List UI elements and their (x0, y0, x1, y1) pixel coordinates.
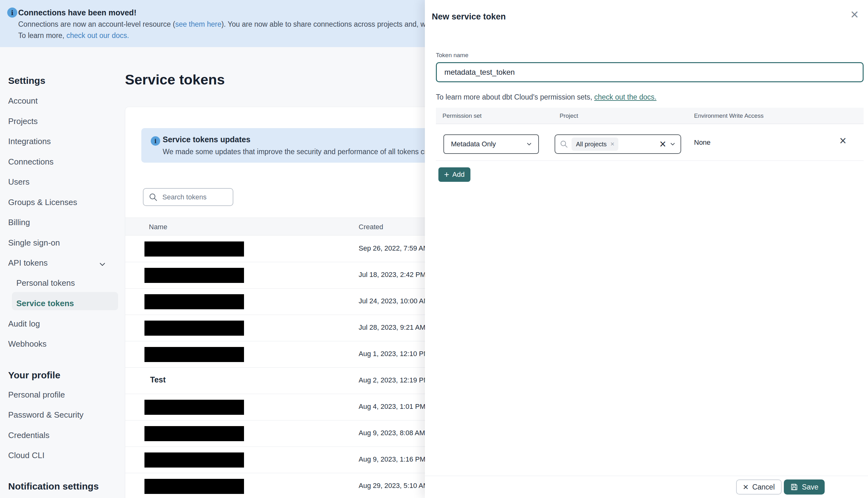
panel-footer: × Cancel Save (425, 476, 868, 498)
sidebar-item-account[interactable]: Account (8, 96, 38, 106)
sidebar-item-connections[interactable]: Connections (8, 157, 54, 167)
chip-label: All projects (576, 141, 607, 148)
created-cell: Jul 18, 2023, 2:42 PM P (359, 271, 432, 279)
redacted-token-name (144, 426, 244, 441)
created-cell: Jul 28, 2023, 9:21 AM P (359, 324, 432, 331)
remove-row-icon[interactable]: × (839, 135, 846, 147)
created-cell: Aug 1, 2023, 12:10 PM P (359, 350, 436, 358)
add-button-label: Add (452, 170, 464, 179)
sidebar-item-personal-profile[interactable]: Personal profile (8, 390, 65, 400)
sidebar-item-audit-log[interactable]: Audit log (8, 319, 40, 329)
panel-title: New service token (432, 12, 506, 22)
sidebar-item-api-tokens[interactable]: API tokens (8, 258, 48, 268)
redacted-token-name (144, 320, 244, 336)
plus-icon: + (444, 170, 449, 179)
notice-title: Service tokens updates (163, 135, 250, 144)
check-out-docs-link[interactable]: check out the docs. (594, 93, 656, 101)
notice-body: We made some updates that improve the se… (163, 147, 445, 156)
helper-text: To learn more about dbt Cloud's permissi… (436, 93, 594, 101)
permissions-table-header: Permission set Project Environment Write… (436, 108, 864, 124)
notification-settings-heading: Notification settings (8, 481, 98, 492)
sidebar-item-password-security[interactable]: Password & Security (8, 410, 83, 420)
chevron-down-icon[interactable] (669, 141, 676, 147)
created-cell: Sep 26, 2022, 7:59 AM P (359, 244, 436, 252)
permission-row: Metadata Only All projects× × None × (436, 124, 864, 161)
column-header-created: Created (359, 218, 383, 236)
redacted-token-name (144, 241, 244, 257)
check-docs-link[interactable]: check out our docs. (66, 31, 129, 40)
created-cell: Aug 2, 2023, 12:19 PM P (359, 376, 436, 384)
column-header-permission-set: Permission set (443, 108, 482, 124)
sidebar-item-cloud-cli[interactable]: Cloud CLI (8, 450, 44, 460)
cancel-button[interactable]: × Cancel (736, 480, 781, 495)
your-profile-heading: Your profile (8, 370, 60, 381)
add-permission-button[interactable]: + Add (438, 167, 471, 182)
new-service-token-panel: New service token × Token name To learn … (425, 0, 868, 498)
permission-set-select[interactable]: Metadata Only (444, 134, 539, 154)
info-icon: i (151, 136, 160, 146)
sidebar-item-personal-tokens[interactable]: Personal tokens (16, 278, 75, 288)
sidebar-item-webhooks[interactable]: Webhooks (8, 339, 47, 349)
search-icon (560, 140, 568, 148)
sidebar-item-integrations[interactable]: Integrations (8, 136, 51, 146)
column-header-name: Name (149, 218, 167, 236)
sidebar-item-groups-licenses[interactable]: Groups & Licenses (8, 197, 77, 207)
save-icon (790, 483, 798, 491)
all-projects-chip[interactable]: All projects× (571, 137, 618, 151)
sidebar-item-label: API tokens (8, 258, 48, 267)
sidebar-item-service-tokens[interactable]: Service tokens (16, 299, 74, 309)
banner-text: To learn more, (18, 31, 66, 40)
chevron-down-icon (526, 141, 532, 147)
redacted-token-name (144, 479, 244, 494)
page-title: Service tokens (125, 71, 225, 88)
token-name-cell: Test (150, 375, 166, 384)
info-icon: i (7, 8, 17, 17)
sidebar-item-single-sign-on[interactable]: Single sign-on (8, 238, 60, 248)
permission-helper-text: To learn more about dbt Cloud's permissi… (436, 93, 656, 102)
banner-text-line1: Connections are now an account-level res… (18, 20, 465, 29)
chevron-down-icon[interactable] (98, 260, 107, 270)
save-button-label: Save (802, 483, 818, 492)
created-cell: Jul 24, 2023, 10:00 AM (359, 297, 429, 305)
banner-title: Connections have been moved! (18, 8, 136, 17)
environment-write-access-value: None (694, 139, 711, 147)
token-name-input[interactable] (436, 62, 864, 82)
banner-text: Connections are now an account-level res… (18, 20, 175, 28)
search-icon (148, 193, 158, 202)
remove-chip-icon[interactable]: × (610, 140, 615, 148)
sidebar-item-users[interactable]: Users (8, 177, 29, 187)
app-window: i Connections have been moved! Connectio… (0, 0, 868, 498)
redacted-token-name (144, 268, 244, 283)
column-header-env-write-access: Environment Write Access (694, 108, 763, 124)
column-header-project: Project (560, 108, 578, 124)
redacted-token-name (144, 453, 244, 468)
redacted-token-name (144, 294, 244, 309)
see-them-here-link[interactable]: see them here (175, 20, 221, 28)
close-icon: × (743, 482, 749, 492)
clear-selection-icon[interactable]: × (659, 139, 666, 150)
sidebar-item-billing[interactable]: Billing (8, 218, 30, 227)
banner-text-line2: To learn more, check out our docs. (18, 31, 129, 40)
sidebar-item-projects[interactable]: Projects (8, 117, 38, 126)
redacted-token-name (144, 347, 244, 362)
close-icon[interactable]: × (851, 8, 858, 21)
created-cell: Aug 29, 2023, 5:10 AM P (359, 482, 436, 490)
token-name-label: Token name (436, 52, 469, 59)
project-multiselect[interactable]: All projects× × (555, 134, 681, 154)
sidebar-item-credentials[interactable]: Credentials (8, 431, 50, 440)
settings-heading: Settings (8, 75, 45, 86)
cancel-button-label: Cancel (752, 483, 775, 492)
permission-set-value: Metadata Only (451, 140, 526, 148)
save-button[interactable]: Save (784, 480, 825, 495)
search-tokens-input[interactable] (162, 193, 228, 201)
search-tokens-box[interactable] (143, 188, 233, 206)
redacted-token-name (144, 400, 244, 415)
